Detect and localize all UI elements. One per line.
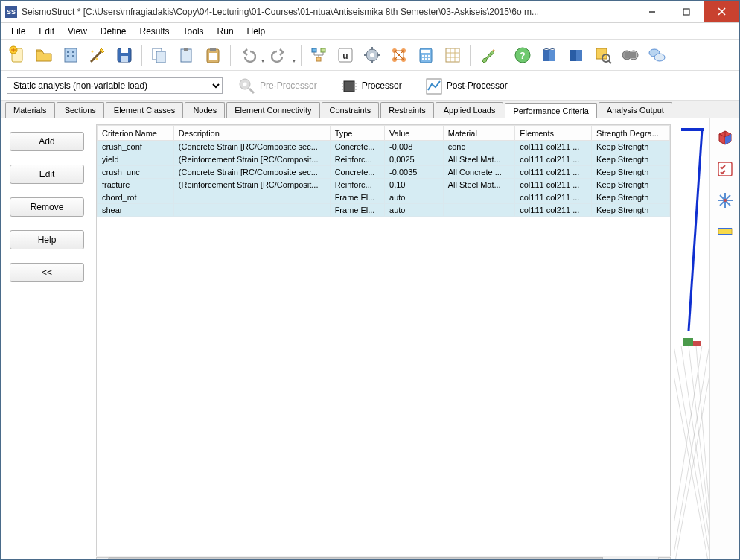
wizard-button[interactable] xyxy=(86,43,109,67)
remove-button[interactable]: Remove xyxy=(10,197,84,217)
brush-button[interactable] xyxy=(476,43,500,67)
cell-value[interactable]: 0,10 xyxy=(385,179,444,191)
cell-desc[interactable] xyxy=(173,204,330,217)
cell-elements[interactable]: col111 col211 ... xyxy=(515,204,592,217)
column-header[interactable]: Strength Degra... xyxy=(592,126,670,141)
menu-file[interactable]: File xyxy=(5,25,31,38)
paste-button[interactable] xyxy=(174,43,198,67)
view-3d-button[interactable] xyxy=(715,127,736,148)
cell-material[interactable] xyxy=(443,191,515,204)
cell-name[interactable]: fracture xyxy=(98,179,174,191)
cell-strength[interactable]: Keep Strength xyxy=(592,204,670,217)
copy-button[interactable] xyxy=(147,43,171,67)
cell-material[interactable]: conc xyxy=(443,141,515,153)
scroll-left-icon[interactable]: ◄ xyxy=(96,557,109,561)
cell-name[interactable]: chord_rot xyxy=(98,191,174,204)
tab-element-classes[interactable]: Element Classes xyxy=(106,102,184,118)
scroll-right-icon[interactable]: ► xyxy=(658,557,671,561)
cell-type[interactable]: Reinforc... xyxy=(330,153,384,166)
clipboard-button[interactable] xyxy=(201,43,225,67)
redo-dropdown-icon[interactable]: ▾ xyxy=(293,57,296,64)
building-button[interactable] xyxy=(59,43,83,67)
table-row[interactable]: fracture(Reinforcement Strain [RC/Compos… xyxy=(98,179,670,191)
add-button[interactable]: Add xyxy=(10,132,84,151)
save-button[interactable] xyxy=(112,43,136,67)
menu-help[interactable]: Help xyxy=(241,25,272,38)
cell-name[interactable]: shear xyxy=(98,204,174,217)
redo-button[interactable] xyxy=(267,43,291,67)
cell-name[interactable]: yield xyxy=(98,153,174,166)
cell-desc[interactable]: (Concrete Strain [RC/Composite sec... xyxy=(173,141,330,153)
cell-value[interactable]: -0,008 xyxy=(385,141,444,153)
video-button[interactable] xyxy=(618,43,642,67)
cell-elements[interactable]: col111 col211 ... xyxy=(515,153,592,166)
grid-button[interactable] xyxy=(441,43,465,67)
column-header[interactable]: Value xyxy=(385,126,444,141)
model-preview[interactable] xyxy=(674,118,709,560)
table-row[interactable]: shearFrame El...autocol111 col211 ...Kee… xyxy=(98,204,670,217)
manual-button[interactable] xyxy=(538,43,561,67)
criteria-grid[interactable]: Criterion NameDescriptionTypeValueMateri… xyxy=(96,124,671,556)
highlight-button[interactable] xyxy=(715,221,736,242)
minimize-button[interactable] xyxy=(635,1,669,22)
tree-button[interactable] xyxy=(307,43,331,67)
pre-processor-button[interactable]: Pre-Processor xyxy=(230,74,325,98)
chat-button[interactable] xyxy=(645,43,669,67)
tab-constraints[interactable]: Constraints xyxy=(322,102,380,118)
column-header[interactable]: Material xyxy=(443,126,515,141)
table-row[interactable]: crush_unc(Concrete Strain [RC/Composite … xyxy=(98,166,670,179)
tab-sections[interactable]: Sections xyxy=(57,102,104,118)
table-row[interactable]: yield(Reinforcement Strain [RC/Composit.… xyxy=(98,153,670,166)
column-header[interactable]: Criterion Name xyxy=(98,126,174,141)
tutorial-button[interactable] xyxy=(564,43,588,67)
cell-name[interactable]: crush_unc xyxy=(98,166,174,179)
new-doc-button[interactable] xyxy=(5,43,29,67)
cell-material[interactable]: All Concrete ... xyxy=(443,166,515,179)
collapse-button[interactable]: << xyxy=(10,263,84,282)
cell-strength[interactable]: Keep Strength xyxy=(592,191,670,204)
cell-desc[interactable]: (Reinforcement Strain [RC/Composit... xyxy=(173,153,330,166)
analysis-type-select[interactable]: Static analysis (non-variable load) xyxy=(7,77,223,94)
cell-value[interactable]: 0,0025 xyxy=(385,153,444,166)
tab-restraints[interactable]: Restraints xyxy=(380,102,434,118)
column-header[interactable]: Elements xyxy=(515,126,592,141)
cell-value[interactable]: auto xyxy=(385,191,444,204)
processor-button[interactable]: Processor xyxy=(332,74,409,98)
undo-button[interactable] xyxy=(236,43,260,67)
post-processor-button[interactable]: Post-Processor xyxy=(417,74,515,98)
cell-elements[interactable]: col111 col211 ... xyxy=(515,191,592,204)
cell-elements[interactable]: col111 col211 ... xyxy=(515,141,592,153)
column-header[interactable]: Description xyxy=(173,126,330,141)
cell-material[interactable]: All Steel Mat... xyxy=(443,179,515,191)
cell-desc[interactable] xyxy=(173,191,330,204)
menu-view[interactable]: View xyxy=(62,25,93,38)
edit-button[interactable]: Edit xyxy=(10,165,84,184)
cell-type[interactable]: Concrete... xyxy=(330,166,384,179)
calculator-button[interactable] xyxy=(414,43,438,67)
menu-tools[interactable]: Tools xyxy=(177,25,210,38)
checklist-button[interactable] xyxy=(715,159,736,179)
tab-nodes[interactable]: Nodes xyxy=(185,102,225,118)
cell-desc[interactable]: (Concrete Strain [RC/Composite sec... xyxy=(173,166,330,179)
cell-strength[interactable]: Keep Strength xyxy=(592,179,670,191)
cell-value[interactable]: auto xyxy=(385,204,444,217)
cell-material[interactable] xyxy=(443,204,515,217)
table-row[interactable]: crush_conf(Concrete Strain [RC/Composite… xyxy=(98,141,670,153)
undo-dropdown-icon[interactable]: ▾ xyxy=(261,57,264,64)
menu-results[interactable]: Results xyxy=(134,25,176,38)
menu-edit[interactable]: Edit xyxy=(33,25,60,38)
horizontal-scrollbar[interactable]: ◄ ► xyxy=(96,556,671,560)
cell-type[interactable]: Concrete... xyxy=(330,141,384,153)
snowflake-button[interactable] xyxy=(715,190,736,211)
cell-value[interactable]: -0,0035 xyxy=(385,166,444,179)
cell-elements[interactable]: col111 col211 ... xyxy=(515,179,592,191)
cell-type[interactable]: Reinforc... xyxy=(330,179,384,191)
help-side-button[interactable]: Help xyxy=(10,230,84,249)
menu-run[interactable]: Run xyxy=(211,25,240,38)
tab-materials[interactable]: Materials xyxy=(5,102,55,118)
tab-analysis-output[interactable]: Analysis Output xyxy=(599,102,672,118)
cell-type[interactable]: Frame El... xyxy=(330,191,384,204)
cell-desc[interactable]: (Reinforcement Strain [RC/Composit... xyxy=(173,179,330,191)
cell-type[interactable]: Frame El... xyxy=(330,204,384,217)
graph-button[interactable] xyxy=(387,43,411,67)
